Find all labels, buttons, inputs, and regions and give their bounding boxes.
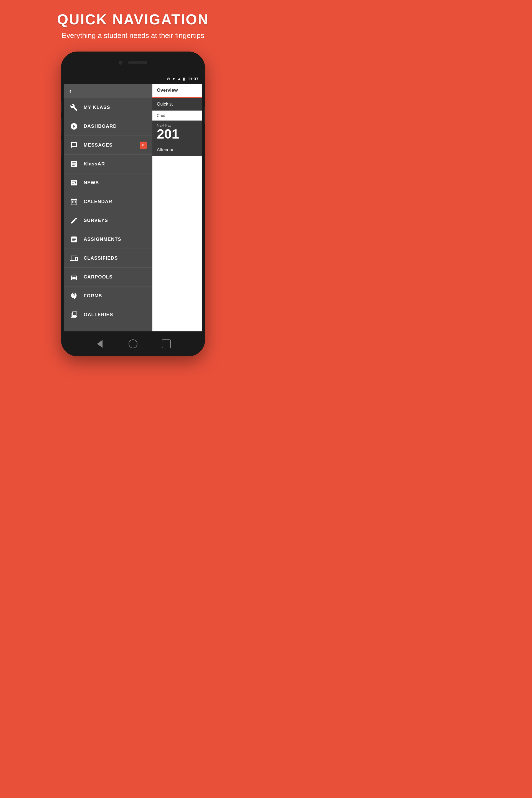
my-klass-icon [69, 103, 79, 112]
menu-item-surveys[interactable]: SURVEYS [64, 211, 152, 230]
carpools-icon [69, 272, 79, 282]
calendar-label: CALENDAR [84, 199, 112, 205]
calendar-icon [69, 197, 79, 206]
recents-nav-button[interactable] [162, 339, 171, 348]
surveys-icon [69, 216, 79, 225]
menu-item-messages[interactable]: MESSAGES 0 [64, 136, 152, 155]
status-icons: ⊘ ▼ ▲ ▮ 11:37 [167, 76, 198, 81]
wifi-icon: ▼ [172, 76, 176, 81]
phone-bottom-nav [61, 331, 205, 356]
next-pay-section: Next Pay 201 [152, 120, 202, 144]
menu-item-galleries[interactable]: GALLERIES [64, 305, 152, 324]
surveys-label: SURVEYS [84, 218, 108, 223]
front-camera [119, 61, 122, 64]
page-subtitle: Everything a student needs at their fing… [57, 31, 209, 40]
menu-item-carpools[interactable]: CARPOOLS [64, 268, 152, 286]
messages-icon [69, 140, 79, 150]
credit-section: Cred [152, 111, 202, 120]
carpools-label: CARPOOLS [84, 274, 113, 280]
news-label: NEWS [84, 180, 99, 186]
volume-up-button [61, 101, 61, 113]
status-bar: ⊘ ▼ ▲ ▮ 11:37 [64, 74, 202, 84]
page-title: QUICK NAVIGATION [57, 11, 209, 28]
overview-tab[interactable]: Overview [157, 88, 178, 93]
dashboard-label: DASHBOARD [84, 124, 117, 129]
menu-item-klassar[interactable]: KlassAR [64, 155, 152, 173]
home-nav-button[interactable] [129, 339, 137, 348]
phone-device: ⊘ ▼ ▲ ▮ 11:37 ‹ MY KLASS [61, 52, 205, 356]
battery-icon: ▮ [183, 76, 185, 81]
attendance-box: Attendar [152, 144, 202, 156]
back-nav-button[interactable] [95, 339, 104, 348]
attendance-label: Attendar [157, 147, 173, 152]
galleries-label: GALLERIES [84, 312, 113, 318]
klassar-label: KlassAR [84, 161, 105, 167]
menu-item-calendar[interactable]: CALENDAR [64, 192, 152, 211]
silent-button [61, 140, 61, 157]
dashboard-icon [69, 122, 79, 131]
back-arrow-icon[interactable]: ‹ [69, 87, 72, 95]
credit-label: Cred [157, 113, 165, 118]
forms-icon [69, 291, 79, 301]
right-panel: Overview Quick st Cred Next Pay 201 Atte… [152, 84, 202, 331]
assignments-label: ASSIGNMENTS [84, 236, 121, 242]
status-time: 11:37 [188, 76, 198, 81]
app-area: ‹ MY KLASS DASHBOARD [64, 84, 202, 331]
my-klass-label: MY KLASS [84, 105, 110, 110]
classifieds-label: CLASSIFIEDS [84, 255, 118, 261]
phone-screen: ⊘ ▼ ▲ ▮ 11:37 ‹ MY KLASS [64, 74, 202, 331]
menu-item-dashboard[interactable]: DASHBOARD [64, 117, 152, 136]
right-panel-header: Overview [152, 84, 202, 98]
menu-item-news[interactable]: NEWS [64, 173, 152, 192]
menu-item-forms[interactable]: FORMS [64, 286, 152, 305]
quick-start-box: Quick st [152, 98, 202, 111]
menu-item-assignments[interactable]: ASSIGNMENTS [64, 230, 152, 249]
classifieds-icon [69, 253, 79, 263]
next-pay-value: 201 [157, 128, 198, 141]
quick-start-label: Quick st [157, 102, 173, 107]
phone-top-bezel [61, 52, 205, 74]
power-button [205, 107, 205, 124]
volume-down-button [61, 118, 61, 135]
forms-label: FORMS [84, 293, 102, 299]
earpiece-speaker [128, 61, 147, 64]
back-bar[interactable]: ‹ [64, 84, 152, 98]
klassar-icon [69, 159, 79, 169]
content-white-space [152, 156, 202, 331]
signal-icon: ▲ [177, 76, 181, 81]
messages-label: MESSAGES [84, 142, 113, 148]
nav-drawer: ‹ MY KLASS DASHBOARD [64, 84, 152, 331]
menu-item-classifieds[interactable]: CLASSIFIEDS [64, 249, 152, 268]
no-disturb-icon: ⊘ [167, 76, 170, 81]
galleries-icon [69, 310, 79, 320]
news-icon [69, 178, 79, 188]
header-section: QUICK NAVIGATION Everything a student ne… [52, 0, 215, 46]
messages-badge: 0 [140, 141, 147, 149]
menu-item-my-klass[interactable]: MY KLASS [64, 98, 152, 117]
assignments-icon [69, 235, 79, 244]
